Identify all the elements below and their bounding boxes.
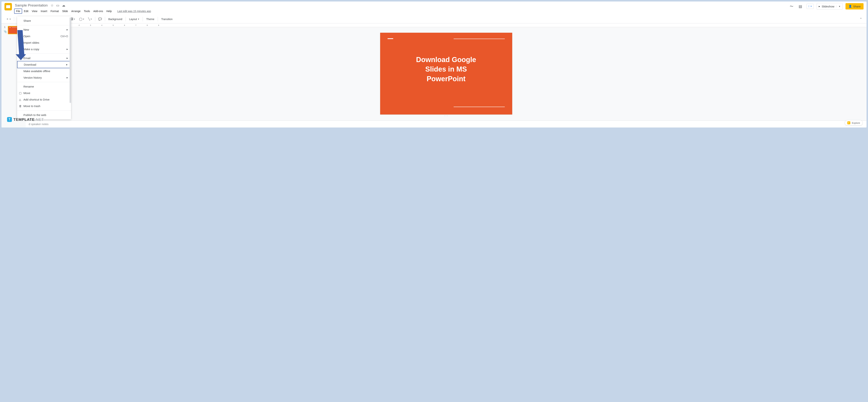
slides-logo-icon[interactable] [4,3,12,10]
menu-slide[interactable]: Slide [61,9,69,13]
chevron-down-icon: ▼ [810,5,812,7]
menu-move[interactable]: ▢Move [17,90,71,96]
header: Sample Presentation ☆ ▭ ☁ File Edit View… [1,1,867,14]
slideshow-button[interactable]: ▸ Slideshow ▼ [817,3,842,10]
speaker-notes[interactable]: d speaker notes [26,121,867,128]
dropdown-scrollbar[interactable] [69,18,71,103]
submenu-arrow-icon: ▶ [67,57,68,59]
folder-icon: ▢ [19,92,22,95]
move-folder-icon[interactable]: ▭ [56,3,59,7]
slide-number: 1 [4,26,5,28]
menu-email[interactable]: Email▶ [17,55,71,61]
menu-file[interactable]: File [14,8,22,14]
submenu-arrow-icon: ▶ [67,29,68,31]
decoration-dash [388,38,393,39]
separator [17,82,71,82]
menu-make-copy[interactable]: Make a copy▶ [17,46,71,53]
submenu-arrow-icon: ▶ [67,48,68,50]
google-slides-app: Sample Presentation ☆ ▭ ☁ File Edit View… [1,1,867,128]
person-icon: 👤 [848,5,852,8]
slide-title-text[interactable]: Download Google Slides in MS PowerPoint [380,55,512,83]
separator [158,17,158,21]
menu-import-slides[interactable]: Import slides [17,39,71,46]
star-icon[interactable]: ☆ [51,3,54,7]
menu-download[interactable]: Download▶ [17,61,71,68]
menu-open[interactable]: OpenCtrl+O [17,33,71,39]
shape-button[interactable]: ◯ ▼ [78,16,86,22]
slide-canvas[interactable]: Download Google Slides in MS PowerPoint [26,27,867,114]
watermark: T TEMPLATE.NET [7,117,44,122]
menu-rename[interactable]: Rename [17,83,71,90]
submenu-arrow-icon: ▶ [66,64,68,66]
watermark-text: TEMPLATE.NET [13,118,44,122]
explore-label: Explore [852,122,860,124]
new-slide-button[interactable]: ＋ ▼ [4,16,12,22]
menu-new[interactable]: New▶ [17,26,71,33]
menu-make-offline[interactable]: Make available offline [17,68,71,74]
menu-version-history[interactable]: Version history▶ [17,74,71,81]
title-area: Sample Presentation ☆ ▭ ☁ File Edit View… [14,3,788,14]
menu-edit[interactable]: Edit [23,9,30,13]
menu-move-trash[interactable]: 🗑Move to trash [17,103,71,109]
present-up-icon: ↑ [808,5,810,8]
activity-icon[interactable]: 〜 [788,3,795,9]
menu-help[interactable]: Help [105,9,113,13]
separator [143,17,143,21]
share-label: Share [853,5,861,8]
slideshow-label: Slideshow [822,5,834,8]
transition-button[interactable]: Transition [159,16,175,22]
comment-button[interactable]: 💬 [97,16,103,22]
document-title[interactable]: Sample Presentation [14,3,49,8]
file-dropdown-menu: Share New▶ OpenCtrl+O Import slides Make… [17,16,71,119]
present-mode-button[interactable]: ↑▼ [806,4,814,9]
share-button[interactable]: 👤 Share [845,3,864,9]
background-button[interactable]: Background [106,16,124,22]
drive-shortcut-icon: ◬ [19,98,21,101]
toolbar: ＋ ▼ ↶ ↷ 🖶 🖌 🔍 ⬚ 🅃 ▼ 🖼 ▼ ◯ ▼ ╲ ▼ 💬 Backgr… [1,15,867,24]
menu-format[interactable]: Format [49,9,60,13]
notes-placeholder: d speaker notes [29,123,49,126]
attachment-icon: 📎 [4,30,7,33]
shortcut-text: Ctrl+O [60,35,68,38]
slide-content[interactable]: Download Google Slides in MS PowerPoint [380,33,512,114]
separator [17,54,71,54]
separator [14,17,14,21]
last-edit-link[interactable]: Last edit was 15 minutes ago [117,10,151,13]
menu-share[interactable]: Share [17,18,71,24]
workspace: 1 📎 1 2 3 4 5 6 7 8 9 [1,24,867,128]
decoration-line [454,107,505,107]
separator [95,17,95,21]
explore-icon: ✦ [847,121,850,124]
theme-button[interactable]: Theme [144,16,156,22]
play-icon: ▸ [819,5,820,8]
menu-insert[interactable]: Insert [39,9,49,13]
menu-tools[interactable]: Tools [83,9,92,13]
menu-add-shortcut[interactable]: ◬Add shortcut to Drive [17,96,71,103]
trash-icon: 🗑 [19,104,22,108]
line-button[interactable]: ╲ ▼ [87,16,94,22]
decoration-line [454,39,505,39]
explore-button[interactable]: ✦ Explore [844,120,863,126]
layout-button[interactable]: Layout▼ [127,16,141,22]
menu-bar: File Edit View Insert Format Slide Arran… [14,8,788,14]
menu-addons[interactable]: Add-ons [92,9,104,13]
comments-icon[interactable]: ▤ [798,3,803,9]
separator [105,17,105,21]
cloud-status-icon: ☁ [62,3,65,7]
watermark-logo-icon: T [7,117,12,122]
canvas-area: 1 2 3 4 5 6 7 8 9 Download Google Slides… [26,24,867,128]
collapse-toolbar-button[interactable]: ⌃ [858,16,864,22]
menu-arrange[interactable]: Arrange [70,9,82,13]
chevron-down-icon[interactable]: ▼ [837,5,840,7]
notes-drag-handle[interactable]: • • • [26,114,867,117]
horizontal-ruler: 1 2 3 4 5 6 7 8 9 [26,24,867,27]
menu-view[interactable]: View [30,9,39,13]
submenu-arrow-icon: ▶ [67,76,68,79]
